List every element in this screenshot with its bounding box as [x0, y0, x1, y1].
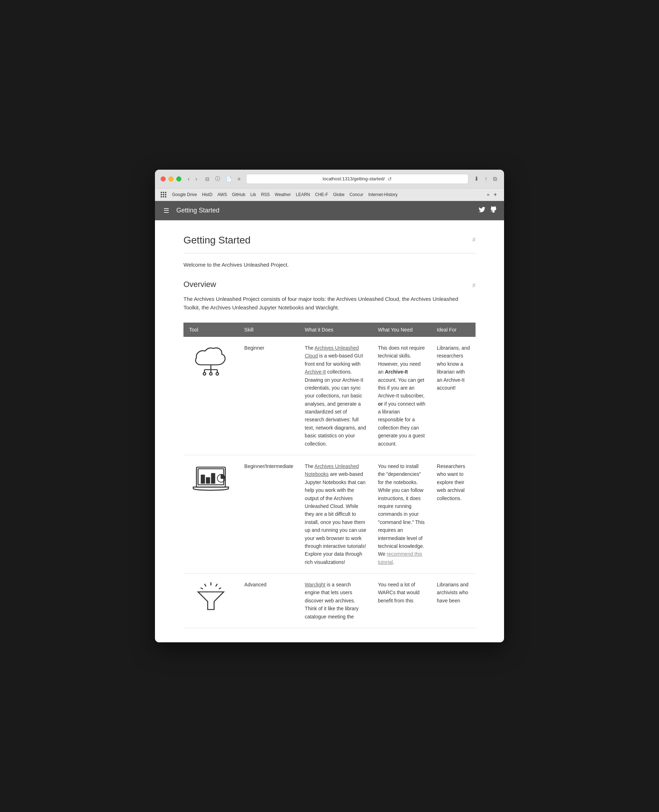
add-bookmark-button[interactable]: + — [492, 191, 498, 199]
skill-beginner-intermediate: Beginner/Intermediate — [239, 455, 299, 573]
main-content: Getting Started # Welcome to the Archive… — [155, 220, 504, 642]
svg-line-18 — [219, 588, 221, 589]
archive-it-link[interactable]: Archive-It — [305, 369, 326, 374]
toolbar-icons: ⊟ ⓘ 📄 ≡ — [204, 175, 242, 183]
close-button[interactable] — [161, 177, 166, 182]
page-title: Getting Started — [183, 235, 251, 246]
what-does-cloud: The Archives Unleashed Cloud is a web-ba… — [299, 337, 372, 455]
col-tool: Tool — [183, 322, 239, 337]
bookmark-histd[interactable]: HistD — [200, 191, 214, 198]
tool-icon-funnel-cell — [183, 573, 239, 628]
ideal-for-notebooks: Researchers who want to explore their we… — [431, 455, 476, 573]
what-does-notebooks-pre: The — [305, 463, 315, 469]
skill-beginner: Beginner — [239, 337, 299, 455]
address-bar[interactable]: localhost:1313/getting-started/ ↺ — [246, 174, 468, 184]
bookmark-google-drive[interactable]: Google Drive — [170, 191, 199, 198]
what-does-notebooks-mid: are web-based Jupyter Notebooks that can… — [305, 471, 367, 565]
sidebar-toggle-button[interactable]: ⊟ — [204, 175, 211, 183]
overview-section-header: Overview # — [183, 280, 476, 289]
table-row: Beginner/Intermediate The Archives Unlea… — [183, 455, 476, 573]
browser-actions: ⬇ ↑ ⧉ — [473, 175, 498, 183]
minimize-button[interactable] — [169, 177, 173, 182]
page-title-anchor[interactable]: # — [472, 235, 476, 243]
share-button[interactable]: ≡ — [236, 175, 242, 183]
tool-icon-laptop-cell — [183, 455, 239, 573]
what-need-warclight: You need a lot of WARCs that would benef… — [372, 573, 431, 628]
browser-window: ‹ › ⊟ ⓘ 📄 ≡ localhost:1313/getting-start… — [155, 170, 504, 642]
share-button[interactable]: ↑ — [483, 175, 489, 183]
svg-line-16 — [216, 584, 218, 586]
ideal-for-warclight: Librarians and archivists who have been — [431, 573, 476, 628]
bookmark-rss[interactable]: RSS — [259, 191, 272, 198]
github-icon[interactable] — [490, 206, 497, 215]
url-text: localhost:1313/getting-started/ — [323, 176, 385, 182]
skill-advanced: Advanced — [239, 573, 299, 628]
bookmarks-more[interactable]: » — [485, 191, 492, 198]
bookmark-internet-history[interactable]: Internet-History — [366, 191, 400, 198]
what-does-notebooks: The Archives Unleashed Notebooks are web… — [299, 455, 372, 573]
what-need-cloud-text: This does not require technical skills. … — [378, 345, 425, 447]
col-what-does: What it Does — [299, 322, 372, 337]
bookmark-globe[interactable]: Globe — [331, 191, 347, 198]
tool-icon-cloud-cell — [183, 337, 239, 455]
what-need-notebooks: You need to install the "dependencies" f… — [372, 455, 431, 573]
table-row: Advanced Warclight is a search engine th… — [183, 573, 476, 628]
tools-table: Tool Skill What it Does What You Need Id… — [183, 322, 476, 628]
bookmark-weather[interactable]: Weather — [273, 191, 293, 198]
what-need-notebooks-text: You need to install the "dependencies" f… — [378, 463, 425, 557]
overview-anchor[interactable]: # — [472, 280, 476, 289]
new-tab-button[interactable]: ⧉ — [492, 175, 498, 183]
svg-point-6 — [210, 373, 212, 375]
refresh-icon: ↺ — [388, 176, 392, 182]
bookmark-chef[interactable]: CHE-F — [313, 191, 330, 198]
header-social-icons — [478, 206, 497, 215]
col-what-need: What You Need — [372, 322, 431, 337]
what-need-cloud: This does not require technical skills. … — [372, 337, 431, 455]
welcome-text: Welcome to the Archives Unleashed Projec… — [183, 261, 476, 269]
maximize-button[interactable] — [176, 177, 181, 182]
app-header: ☰ Getting Started — [155, 201, 504, 220]
nav-buttons: ‹ › — [186, 175, 199, 183]
twitter-icon[interactable] — [478, 206, 486, 215]
reader-view-button[interactable]: 📄 — [224, 175, 233, 183]
what-does-cloud-pre: The — [305, 345, 315, 351]
svg-line-17 — [201, 588, 203, 589]
warclight-link[interactable]: Warclight — [305, 582, 326, 588]
table-header-row: Tool Skill What it Does What You Need Id… — [183, 322, 476, 337]
svg-line-15 — [205, 584, 206, 586]
app-header-title: Getting Started — [176, 207, 473, 214]
ideal-for-cloud: Librarians, and researchers who know a l… — [431, 337, 476, 455]
col-skill: Skill — [239, 322, 299, 337]
bookmark-learn[interactable]: LEARN — [293, 191, 312, 198]
bookmark-concur[interactable]: Concur — [347, 191, 366, 198]
bookmark-lib[interactable]: Lib — [248, 191, 258, 198]
hamburger-menu-button[interactable]: ☰ — [162, 205, 170, 216]
what-need-notebooks-post: . — [393, 559, 394, 565]
back-button[interactable]: ‹ — [186, 175, 192, 183]
divider-1 — [183, 253, 476, 253]
download-button[interactable]: ⬇ — [473, 175, 480, 183]
bookmarks-bar: Google Drive HistD AWS GitHub Lib RSS We… — [155, 188, 504, 201]
page-title-section: Getting Started # — [183, 235, 476, 246]
table-row: Beginner The Archives Unleashed Cloud is… — [183, 337, 476, 455]
forward-button[interactable]: › — [193, 175, 199, 183]
col-ideal-for: Ideal For — [431, 322, 476, 337]
bookmark-github[interactable]: GitHub — [230, 191, 247, 198]
svg-rect-10 — [201, 475, 205, 483]
svg-point-5 — [203, 373, 206, 375]
bookmark-aws[interactable]: AWS — [215, 191, 229, 198]
title-bar: ‹ › ⊟ ⓘ 📄 ≡ localhost:1313/getting-start… — [155, 170, 504, 188]
overview-text: The Archives Unleashed Project consists … — [183, 295, 476, 312]
what-does-warclight: Warclight is a search engine that lets u… — [299, 573, 372, 628]
svg-point-7 — [216, 373, 219, 375]
svg-rect-12 — [211, 474, 215, 483]
what-does-cloud-post: collections. Drawing on your Archive-It … — [305, 369, 366, 447]
svg-rect-11 — [207, 478, 210, 483]
traffic-lights — [161, 177, 181, 182]
apps-icon — [161, 192, 166, 197]
info-button[interactable]: ⓘ — [214, 175, 222, 183]
overview-title: Overview — [183, 280, 216, 289]
